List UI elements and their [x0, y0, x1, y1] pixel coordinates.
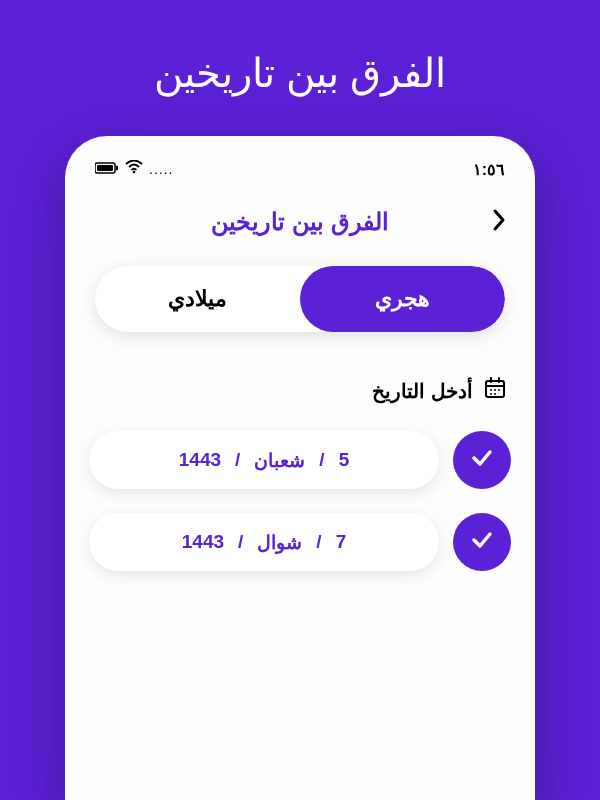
date-year: 1443 [179, 449, 221, 471]
battery-icon [95, 160, 119, 178]
date-input-2[interactable]: 7 / شوال / 1443 [89, 513, 439, 571]
date-month: شعبان [254, 449, 305, 472]
date-day: 5 [339, 449, 350, 471]
phone-frame: ..... ١:٥٦ الفرق بين تاريخين هجري ميلادي… [65, 136, 535, 800]
calendar-icon [483, 376, 507, 405]
app-header: الفرق بين تاريخين [89, 208, 511, 236]
enter-date-text: أدخل التاريخ [372, 379, 473, 403]
date-row-2: 7 / شوال / 1443 [89, 513, 511, 571]
svg-point-8 [490, 389, 492, 391]
svg-rect-2 [116, 166, 118, 171]
date-separator: / [238, 531, 243, 553]
status-left: ..... [95, 160, 173, 178]
date-separator: / [316, 531, 321, 553]
date-year: 1443 [182, 531, 224, 553]
check-icon [468, 444, 496, 476]
date-row-1: 5 / شعبان / 1443 [89, 431, 511, 489]
date-input-1[interactable]: 5 / شعبان / 1443 [89, 431, 439, 489]
check-icon [468, 526, 496, 558]
date-day: 7 [336, 531, 347, 553]
tab-gregorian[interactable]: ميلادي [95, 266, 300, 332]
date-separator: / [319, 449, 324, 471]
tab-hijri[interactable]: هجري [300, 266, 505, 332]
status-time: ١:٥٦ [473, 160, 505, 179]
svg-point-12 [494, 393, 496, 395]
svg-point-9 [494, 389, 496, 391]
wifi-icon [125, 160, 143, 178]
svg-point-10 [498, 389, 500, 391]
svg-point-11 [490, 393, 492, 395]
app-title: الفرق بين تاريخين [211, 208, 388, 236]
svg-point-3 [133, 171, 136, 174]
date-month: شوال [257, 531, 302, 554]
enter-date-label: أدخل التاريخ [89, 376, 511, 405]
status-bar: ..... ١:٥٦ [89, 156, 511, 182]
svg-rect-1 [97, 165, 113, 171]
chevron-right-icon[interactable] [491, 208, 507, 236]
calendar-type-segment: هجري ميلادي [95, 266, 505, 332]
date-separator: / [235, 449, 240, 471]
signal-dots: ..... [149, 161, 173, 177]
page-title: الفرق بين تاريخين [154, 50, 446, 96]
confirm-date-1-button[interactable] [453, 431, 511, 489]
confirm-date-2-button[interactable] [453, 513, 511, 571]
